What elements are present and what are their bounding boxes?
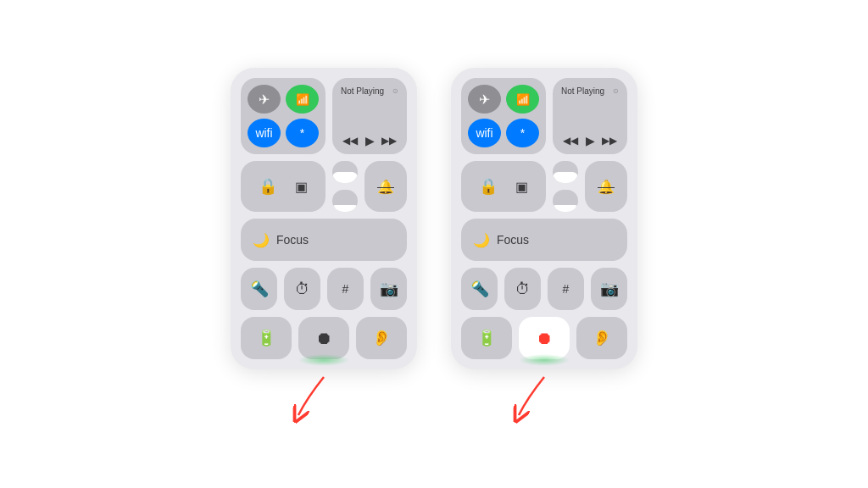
prev-button-right[interactable]: ◀◀ bbox=[563, 135, 578, 147]
brightness-slider-left[interactable] bbox=[332, 161, 358, 183]
camera-icon-right: 📷 bbox=[600, 280, 619, 298]
calculator-button-right[interactable]: # bbox=[548, 268, 584, 310]
next-button-left[interactable]: ▶▶ bbox=[381, 135, 397, 147]
calculator-icon-right: # bbox=[563, 282, 570, 296]
media-block-left: Not Playing ⊙ ◀◀ ▶ ▶▶ bbox=[332, 78, 407, 154]
media-controls-right: ◀◀ ▶ ▶▶ bbox=[561, 134, 619, 147]
screen-record-button-right[interactable]: ⏺ bbox=[519, 317, 570, 359]
connectivity-block-right: ✈ 📶 wifi * bbox=[461, 78, 546, 154]
record-icon-right: ⏺ bbox=[536, 329, 553, 348]
slider-col-right bbox=[553, 161, 578, 212]
battery-icon-right: 🔋 bbox=[477, 329, 496, 347]
focus-row-right: 🌙 Focus bbox=[461, 219, 627, 261]
volume-fill-right bbox=[553, 205, 578, 212]
camera-button-left[interactable]: 📷 bbox=[370, 268, 407, 310]
mute-button-left[interactable]: 🔔 bbox=[364, 161, 407, 212]
bottom-row-left: 🔋 ⏺ 👂 bbox=[241, 317, 407, 359]
control-center-left: ✈ 📶 wifi * Not Playing ⊙ ◀◀ ▶ ▶▶ 🔒 bbox=[231, 68, 417, 369]
play-button-right[interactable]: ▶ bbox=[586, 134, 595, 147]
volume-slider-right[interactable] bbox=[553, 190, 578, 212]
bluetooth-button-left[interactable]: * bbox=[286, 119, 319, 147]
timer-button-left[interactable]: ⏱ bbox=[284, 268, 320, 310]
green-glow-right bbox=[519, 354, 570, 366]
screen-mirror-icon-left[interactable]: ▣ bbox=[295, 179, 308, 195]
flashlight-icon-right: 🔦 bbox=[470, 280, 489, 298]
airplane-mode-button-left[interactable]: ✈ bbox=[248, 85, 281, 114]
focus-row-left: 🌙 Focus bbox=[241, 219, 407, 261]
timer-icon-right: ⏱ bbox=[515, 280, 531, 298]
icons-row-right: 🔦 ⏱ # 📷 bbox=[461, 268, 627, 310]
camera-icon-left: 📷 bbox=[380, 280, 398, 298]
arrow-annotation-right bbox=[510, 369, 578, 420]
camera-button-right[interactable]: 📷 bbox=[591, 268, 627, 310]
control-center-right: ✈ 📶 wifi * Not Playing ⊙ ◀◀ ▶ ▶▶ 🔒 bbox=[451, 68, 637, 369]
next-button-right[interactable]: ▶▶ bbox=[602, 135, 617, 147]
icons-row-left: 🔦 ⏱ # 📷 bbox=[241, 268, 407, 310]
wifi-button-left[interactable]: wifi bbox=[248, 119, 281, 147]
play-button-left[interactable]: ▶ bbox=[365, 134, 375, 147]
right-panel: ✈ 📶 wifi * Not Playing ⊙ ◀◀ ▶ ▶▶ 🔒 bbox=[451, 68, 637, 420]
focus-block-right[interactable]: 🌙 Focus bbox=[461, 219, 627, 261]
media-title-right: Not Playing bbox=[561, 86, 604, 96]
focus-label-left: Focus bbox=[276, 233, 309, 247]
bluetooth-button-right[interactable]: * bbox=[506, 119, 539, 147]
hearing-icon-right: 👂 bbox=[593, 329, 611, 347]
media-controls-left: ◀◀ ▶ ▶▶ bbox=[341, 134, 398, 147]
timer-button-right[interactable]: ⏱ bbox=[504, 268, 541, 310]
flashlight-button-left[interactable]: 🔦 bbox=[241, 268, 277, 310]
arrow-svg-left bbox=[290, 373, 358, 419]
orient-block-right: 🔒 ▣ bbox=[461, 161, 546, 212]
brightness-fill-right bbox=[553, 172, 578, 183]
battery-icon-left: 🔋 bbox=[257, 329, 275, 347]
battery-button-left[interactable]: 🔋 bbox=[241, 317, 292, 359]
calculator-icon-left: # bbox=[342, 282, 349, 296]
media-block-right: Not Playing ⊙ ◀◀ ▶ ▶▶ bbox=[553, 78, 627, 154]
bottom-row-right: 🔋 ⏺ 👂 bbox=[461, 317, 627, 359]
top-row-right: ✈ 📶 wifi * Not Playing ⊙ ◀◀ ▶ ▶▶ bbox=[461, 78, 627, 154]
calculator-button-left[interactable]: # bbox=[327, 268, 364, 310]
focus-block-left[interactable]: 🌙 Focus bbox=[241, 219, 407, 261]
hearing-button-left[interactable]: 👂 bbox=[356, 317, 407, 359]
cellular-button-left[interactable]: 📶 bbox=[286, 85, 319, 114]
top-row-left: ✈ 📶 wifi * Not Playing ⊙ ◀◀ ▶ ▶▶ bbox=[241, 78, 407, 154]
slider-col-left bbox=[332, 161, 358, 212]
moon-icon-right: 🌙 bbox=[473, 232, 490, 248]
middle-row-right: 🔒 ▣ 🔔 bbox=[461, 161, 627, 212]
airplay-icon-left[interactable]: ⊙ bbox=[392, 87, 398, 95]
record-icon-left: ⏺ bbox=[315, 329, 332, 348]
screen-record-button-left[interactable]: ⏺ bbox=[298, 317, 349, 359]
battery-button-right[interactable]: 🔋 bbox=[461, 317, 512, 359]
rotation-lock-icon-left[interactable]: 🔒 bbox=[259, 177, 277, 196]
hearing-icon-left: 👂 bbox=[372, 329, 391, 347]
volume-fill-left bbox=[332, 205, 358, 212]
left-panel: ✈ 📶 wifi * Not Playing ⊙ ◀◀ ▶ ▶▶ 🔒 bbox=[231, 68, 417, 420]
timer-icon-left: ⏱ bbox=[295, 280, 310, 298]
arrow-svg-right bbox=[510, 373, 578, 419]
volume-slider-left[interactable] bbox=[332, 190, 358, 212]
orient-block-left: 🔒 ▣ bbox=[241, 161, 326, 212]
media-title-left: Not Playing bbox=[341, 86, 384, 96]
airplay-icon-right[interactable]: ⊙ bbox=[613, 87, 619, 95]
green-glow-left bbox=[298, 354, 349, 366]
mute-button-right[interactable]: 🔔 bbox=[585, 161, 627, 212]
hearing-button-right[interactable]: 👂 bbox=[576, 317, 627, 359]
rotation-lock-icon-right[interactable]: 🔒 bbox=[479, 177, 498, 196]
mute-icon-right: 🔔 bbox=[598, 179, 615, 195]
connectivity-block-left: ✈ 📶 wifi * bbox=[241, 78, 326, 154]
airplane-mode-button-right[interactable]: ✈ bbox=[468, 85, 501, 114]
brightness-fill-left bbox=[332, 172, 358, 183]
mute-icon-left: 🔔 bbox=[377, 179, 394, 195]
arrow-annotation-left bbox=[290, 369, 358, 420]
brightness-slider-right[interactable] bbox=[553, 161, 578, 183]
middle-row-left: 🔒 ▣ 🔔 bbox=[241, 161, 407, 212]
flashlight-button-right[interactable]: 🔦 bbox=[461, 268, 498, 310]
screen-mirror-icon-right[interactable]: ▣ bbox=[515, 179, 528, 195]
moon-icon-left: 🌙 bbox=[253, 232, 270, 248]
prev-button-left[interactable]: ◀◀ bbox=[342, 135, 358, 147]
flashlight-icon-left: 🔦 bbox=[250, 280, 269, 298]
wifi-button-right[interactable]: wifi bbox=[468, 119, 501, 147]
focus-label-right: Focus bbox=[497, 233, 529, 247]
cellular-button-right[interactable]: 📶 bbox=[506, 85, 539, 114]
